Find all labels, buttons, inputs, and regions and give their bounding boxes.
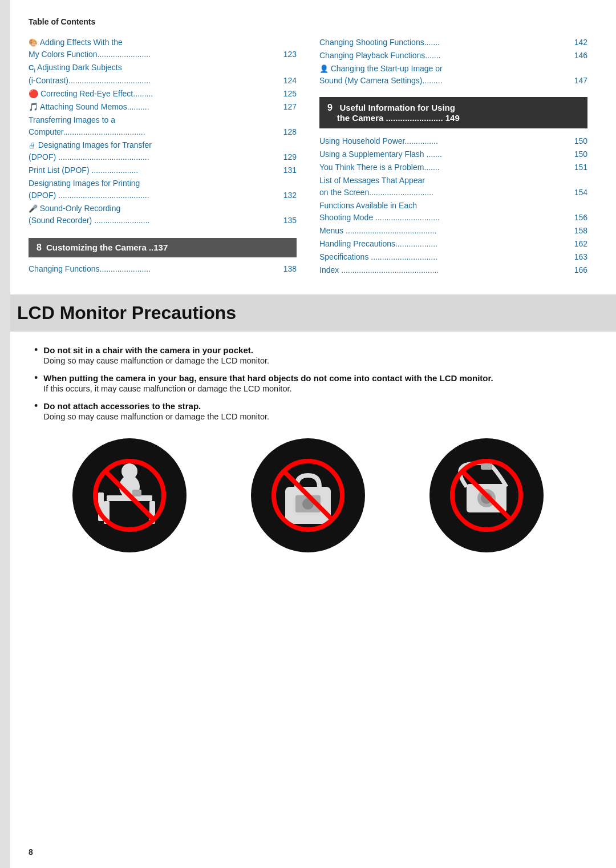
toc-item-designating-transfer: 🖨 Designating Images for Transfer (DPOF)… bbox=[29, 139, 297, 163]
section-8-label: Customizing the Camera ..137 bbox=[46, 243, 168, 252]
toc-item-messages: List of Messages That Appear on the Scre… bbox=[319, 175, 587, 199]
toc-item-changing-functions: Changing Functions......................… bbox=[29, 263, 297, 275]
toc-text: (DPOF) .................................… bbox=[29, 189, 283, 201]
toc-num: 138 bbox=[283, 263, 297, 275]
toc-item-startup-image: 👤 Changing the Start-up Image or Sound (… bbox=[319, 63, 587, 87]
illustrations bbox=[29, 438, 587, 552]
toc-num: 131 bbox=[283, 164, 297, 176]
toc-item-handling: Handling Precautions................... … bbox=[319, 238, 587, 250]
toc-item-changing-shooting: Changing Shooting Functions....... 142 bbox=[319, 37, 587, 49]
svg-rect-6 bbox=[132, 490, 141, 496]
lcd-title: LCD Monitor Precautions bbox=[17, 302, 599, 324]
toc-num: 150 bbox=[574, 135, 587, 147]
section-9-num: 9 bbox=[327, 103, 333, 112]
toc-text: 🔴 Correcting Red-Eye Effect......... bbox=[29, 88, 283, 100]
toc-item-changing-playback: Changing Playback Functions....... 146 bbox=[319, 50, 587, 62]
toc-num: 129 bbox=[283, 151, 297, 163]
lcd-section: LCD Monitor Precautions bbox=[0, 294, 616, 332]
toc-num: 135 bbox=[283, 215, 297, 227]
toc-num: 156 bbox=[574, 212, 587, 224]
toc-num: 146 bbox=[574, 50, 587, 62]
bullet-item-3: • Do not attach accessories to the strap… bbox=[29, 401, 587, 421]
bullet-normal-3: Doing so may cause malfunction or damage… bbox=[43, 412, 269, 421]
lcd-content: • Do not sit in a chair with the camera … bbox=[29, 332, 587, 558]
section-9-label: Useful Information for Using the Camera … bbox=[327, 103, 460, 123]
toc-num: 162 bbox=[574, 238, 587, 250]
toc-item-index: Index ..................................… bbox=[319, 264, 587, 276]
illustration-strap bbox=[429, 438, 544, 552]
toc-text: Computer................................… bbox=[29, 126, 283, 138]
toc-num: 166 bbox=[574, 264, 587, 276]
toc-item-menus: Menus ..................................… bbox=[319, 225, 587, 237]
bullet-item-2: • When putting the camera in your bag, e… bbox=[29, 373, 587, 393]
illustration-bag bbox=[251, 438, 365, 552]
toc-item-sound-recording: 🎤 Sound-Only Recording (Sound Recorder) … bbox=[29, 203, 297, 227]
bullet-content-2: When putting the camera in your bag, ens… bbox=[43, 373, 493, 393]
toc-num: 125 bbox=[283, 88, 297, 100]
toc-text: My Colors Function......................… bbox=[29, 49, 283, 60]
bullet-normal-2: If this occurs, it may cause malfunction… bbox=[43, 384, 493, 393]
section-8-num: 8 bbox=[37, 243, 42, 253]
toc-item-specifications: Specifications .........................… bbox=[319, 251, 587, 263]
toc-header: Table of Contents bbox=[29, 17, 587, 26]
bullet-content-3: Do not attach accessories to the strap. … bbox=[43, 401, 269, 421]
bullet-bold-3: Do not attach accessories to the strap. bbox=[43, 401, 269, 411]
svg-point-5 bbox=[121, 463, 137, 479]
toc-item-red-eye: 🔴 Correcting Red-Eye Effect......... 125 bbox=[29, 88, 297, 100]
bullet-dot-2: • bbox=[34, 372, 38, 384]
bullet-normal-1: Doing so may cause malfunction or damage… bbox=[43, 356, 269, 365]
toc-item-adjusting-dark: Ci Adjusting Dark Subjects (i-Contrast).… bbox=[29, 62, 297, 87]
toc-num: 150 bbox=[574, 148, 587, 160]
toc-text: Changing Shooting Functions....... bbox=[319, 37, 574, 49]
toc-columns: 🎨 Adding Effects With the My Colors Func… bbox=[29, 37, 587, 277]
toc-num: 151 bbox=[574, 162, 587, 173]
illustration-pocket bbox=[72, 438, 187, 552]
bullet-dot-1: • bbox=[34, 344, 38, 356]
toc-item-transferring: Transferring Images to a Computer.......… bbox=[29, 114, 297, 138]
toc-left-col: 🎨 Adding Effects With the My Colors Func… bbox=[29, 37, 297, 277]
bullet-bold-1: Do not sit in a chair with the camera in… bbox=[43, 345, 269, 355]
toc-text: Changing Functions......................… bbox=[29, 263, 283, 275]
toc-item-designating-printing: Designating Images for Printing (DPOF) .… bbox=[29, 177, 297, 201]
bullet-dot-3: • bbox=[34, 400, 38, 412]
page-number: 8 bbox=[29, 847, 33, 857]
toc-text: (DPOF) .................................… bbox=[29, 151, 283, 163]
toc-text: (Sound Recorder) .......................… bbox=[29, 215, 283, 227]
toc-item-household-power: Using Household Power............... 150 bbox=[319, 135, 587, 147]
bullet-item-1: • Do not sit in a chair with the camera … bbox=[29, 345, 587, 365]
bullet-bold-2: When putting the camera in your bag, ens… bbox=[43, 373, 493, 383]
toc-text: (i-Contrast)............................… bbox=[29, 75, 283, 87]
bullet-content-1: Do not sit in a chair with the camera in… bbox=[43, 345, 269, 365]
toc-num: 142 bbox=[574, 37, 587, 49]
toc-num: 154 bbox=[574, 187, 587, 199]
toc-right-col: Changing Shooting Functions....... 142 C… bbox=[319, 37, 587, 277]
section-8-header: 8 Customizing the Camera ..137 bbox=[29, 238, 297, 257]
toc-item-problem: You Think There is a Problem....... 151 bbox=[319, 162, 587, 173]
toc-num: 147 bbox=[574, 75, 587, 87]
toc-num: 128 bbox=[283, 126, 297, 138]
toc-item-print-list: Print List (DPOF) ..................... … bbox=[29, 164, 297, 176]
toc-num: 163 bbox=[574, 251, 587, 263]
toc-text: 🎵 Attaching Sound Memos.......... bbox=[29, 101, 283, 113]
section-9-header: 9 Useful Information for Using the Camer… bbox=[319, 97, 587, 128]
toc-text: Print List (DPOF) ..................... bbox=[29, 164, 283, 176]
toc-item-functions-available: Functions Available in Each Shooting Mod… bbox=[319, 200, 587, 224]
toc-num: 123 bbox=[283, 49, 297, 60]
toc-text: Changing Playback Functions....... bbox=[319, 50, 574, 62]
toc-text: Sound (My Camera Settings)......... bbox=[319, 75, 574, 87]
toc-item-supplementary-flash: Using a Supplementary Flash ....... 150 bbox=[319, 148, 587, 160]
toc-num: 158 bbox=[574, 225, 587, 237]
toc-num: 132 bbox=[283, 189, 297, 201]
toc-num: 124 bbox=[283, 75, 297, 87]
toc-item-sound-memos: 🎵 Attaching Sound Memos.......... 127 bbox=[29, 101, 297, 113]
toc-num: 127 bbox=[283, 101, 297, 113]
toc-item-adding-effects: 🎨 Adding Effects With the My Colors Func… bbox=[29, 37, 297, 60]
